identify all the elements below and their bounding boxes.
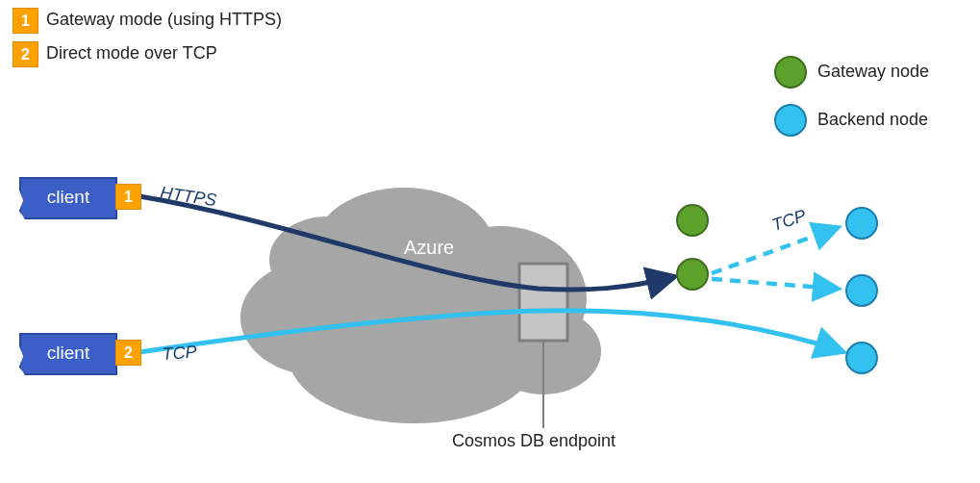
azure-cloud-label: Azure: [404, 237, 454, 259]
client-1-badge: 1: [115, 184, 141, 210]
legend-badge-2-num: 2: [21, 46, 30, 63]
client-2-badge-num: 2: [124, 344, 133, 361]
legend-badge-1-num: 1: [21, 13, 30, 29]
legend-gateway-label: Gateway node: [817, 62, 929, 82]
legend-badge-1: 1: [13, 8, 38, 34]
legend-gateway-node-icon: [774, 56, 807, 89]
legend-backend-label: Backend node: [817, 110, 928, 130]
endpoint-box: [519, 264, 567, 341]
gateway-node-2: [676, 258, 709, 291]
endpoint-label: Cosmos DB endpoint: [452, 431, 616, 451]
backend-node-2: [845, 274, 878, 307]
gateway-to-backend-1: [712, 228, 837, 273]
client-2-badge: 2: [115, 340, 141, 366]
client-1-box: client: [19, 177, 117, 219]
client-2-protocol-label: TCP: [162, 342, 197, 364]
client-2-label: client: [47, 343, 89, 363]
legend-mode-1-label: Gateway mode (using HTTPS): [46, 10, 282, 30]
legend-badge-2: 2: [13, 41, 38, 67]
gateway-node-1: [676, 204, 709, 237]
diagram-canvas: 1 Gateway mode (using HTTPS) 2 Direct mo…: [0, 0, 980, 483]
backend-node-1: [845, 207, 878, 240]
backend-node-3: [845, 342, 878, 374]
legend-mode-2-label: Direct mode over TCP: [46, 43, 217, 64]
client-1-label: client: [47, 187, 89, 207]
client-2-box: client: [19, 333, 117, 375]
client-1-badge-num: 1: [124, 189, 133, 205]
gateway-to-backend-2: [712, 279, 837, 289]
legend-backend-node-icon: [774, 104, 807, 137]
